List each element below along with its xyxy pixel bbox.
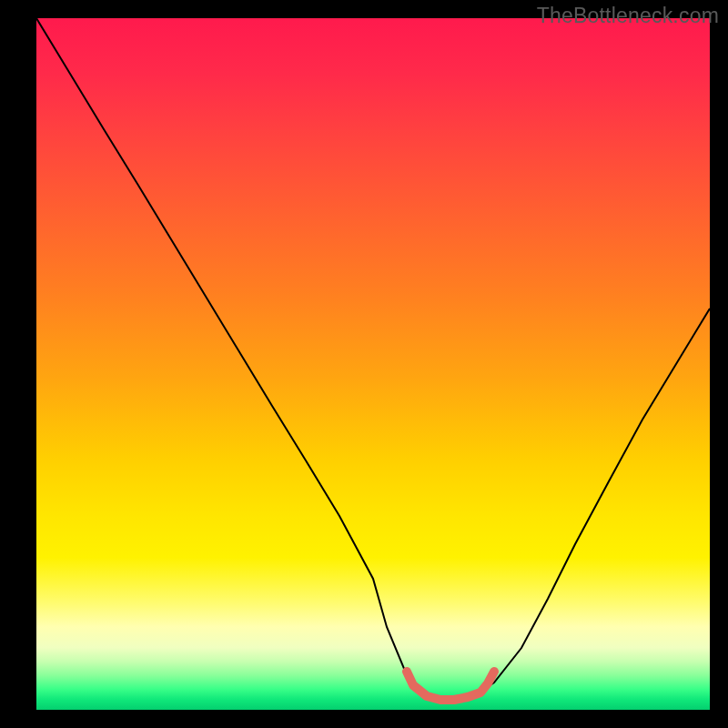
optimal-zone-marker [407, 672, 494, 700]
curve-svg [36, 18, 710, 710]
plot-area [36, 18, 710, 710]
chart-frame: TheBottleneck.com [0, 0, 728, 728]
bottleneck-curve [36, 18, 710, 700]
watermark-text: TheBottleneck.com [537, 4, 719, 28]
